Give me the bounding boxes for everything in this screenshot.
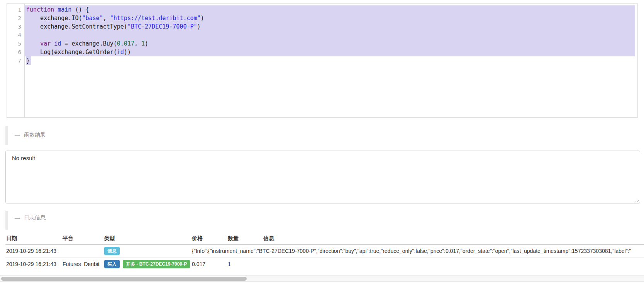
code-token: 1 (141, 40, 145, 47)
code-token: ) (197, 23, 201, 30)
code-editor[interactable]: 1234567 function main () { exchange.IO("… (7, 3, 638, 118)
section-header-function-result: — 函数结果 (15, 131, 46, 139)
column-header: 数量 (227, 233, 263, 244)
code-line[interactable]: exchange.SetContractType("BTC-27DEC19-70… (25, 22, 635, 31)
code-token: ) (145, 40, 148, 47)
line-number: 5 (7, 39, 24, 48)
section-bar-log-info (5, 211, 8, 230)
log-platform (62, 244, 103, 258)
code-token: )) (124, 49, 131, 56)
column-header: 价格 (191, 233, 227, 244)
code-token: } (26, 57, 30, 64)
line-number: 2 (7, 14, 24, 22)
code-token: ) (201, 15, 204, 22)
collapse-toggle-icon[interactable]: — (15, 132, 20, 138)
column-header: 类型 (103, 233, 191, 244)
status-badge: 买入 (104, 260, 120, 268)
log-quantity: 1 (227, 258, 263, 271)
log-date: 2019-10-29 16:21:43 (5, 258, 62, 271)
code-token: var (40, 40, 51, 47)
log-platform: Futures_Deribit (62, 258, 103, 271)
code-line[interactable]: Log(exchange.GetOrder(id)) (25, 48, 635, 56)
log-price: 0.017 (191, 258, 227, 271)
log-table: 日期平台类型价格数量信息 2019-10-29 16:21:43信息{"Info… (5, 233, 644, 271)
code-token: () { (71, 6, 89, 13)
code-line[interactable]: } (25, 56, 635, 65)
code-token: function (26, 6, 54, 13)
line-number: 6 (7, 48, 24, 56)
column-header: 平台 (62, 233, 103, 244)
code-token (51, 40, 54, 47)
code-token: main (58, 6, 71, 13)
log-type: 信息 (103, 244, 191, 258)
log-date: 2019-10-29 16:21:43 (5, 244, 62, 258)
code-token: id (117, 49, 124, 56)
code-line[interactable] (25, 31, 635, 39)
code-line[interactable]: exchange.IO("base", "https://test.deribi… (25, 14, 635, 22)
code-token: 0.017 (117, 40, 134, 47)
resize-grip-icon[interactable] (635, 198, 639, 202)
code-token: exchange.IO( (26, 15, 82, 22)
log-table-header-row: 日期平台类型价格数量信息 (5, 233, 644, 244)
status-badge: 信息 (104, 247, 120, 255)
section-header-log-info: — 日志信息 (15, 214, 46, 222)
horizontal-scrollbar-thumb[interactable] (1, 277, 247, 281)
line-number-gutter: 1234567 (7, 4, 25, 117)
column-header: 信息 (263, 233, 644, 244)
status-badge: 开多 - BTC-27DEC19-7000-P (123, 260, 190, 268)
line-number: 1 (7, 5, 24, 14)
log-message: {"Info":{"instrument_name":"BTC-27DEC19-… (191, 244, 644, 258)
code-token: "BTC-27DEC19-7000-P" (127, 23, 197, 30)
collapse-toggle-icon[interactable]: — (15, 215, 20, 221)
code-line[interactable]: function main () { (25, 5, 635, 14)
code-token (26, 40, 40, 47)
code-token: "base" (82, 15, 103, 22)
log-type: 买入开多 - BTC-27DEC19-7000-P (103, 258, 191, 271)
code-token: = exchange.Buy( (61, 40, 117, 47)
selected-text: } (26, 56, 31, 65)
function-result-output[interactable]: No result (5, 151, 640, 203)
code-token: id (54, 40, 61, 47)
log-table-container: 日期平台类型价格数量信息 2019-10-29 16:21:43信息{"Info… (5, 233, 644, 271)
log-row: 2019-10-29 16:21:43信息{"Info":{"instrumen… (5, 244, 644, 258)
code-token: Log(exchange.GetOrder( (26, 49, 117, 56)
code-token (54, 6, 58, 13)
code-token: , (134, 40, 141, 47)
log-row: 2019-10-29 16:21:43Futures_Deribit买入开多 -… (5, 258, 644, 271)
log-message (263, 258, 644, 271)
column-header: 日期 (5, 233, 62, 244)
line-number: 4 (7, 31, 24, 39)
horizontal-scrollbar-track[interactable] (0, 275, 644, 282)
code-token: "https://test.deribit.com" (110, 15, 201, 22)
line-number: 7 (7, 56, 24, 65)
code-area[interactable]: function main () { exchange.IO("base", "… (25, 4, 637, 117)
code-token: , (103, 15, 110, 22)
line-number: 3 (7, 22, 24, 31)
section-title-log-info: 日志信息 (24, 214, 46, 221)
code-token: exchange.SetContractType( (26, 23, 127, 30)
section-title-function-result: 函数结果 (24, 132, 46, 139)
section-bar-function-result (5, 126, 8, 145)
code-line[interactable]: var id = exchange.Buy(0.017, 1) (25, 39, 635, 48)
